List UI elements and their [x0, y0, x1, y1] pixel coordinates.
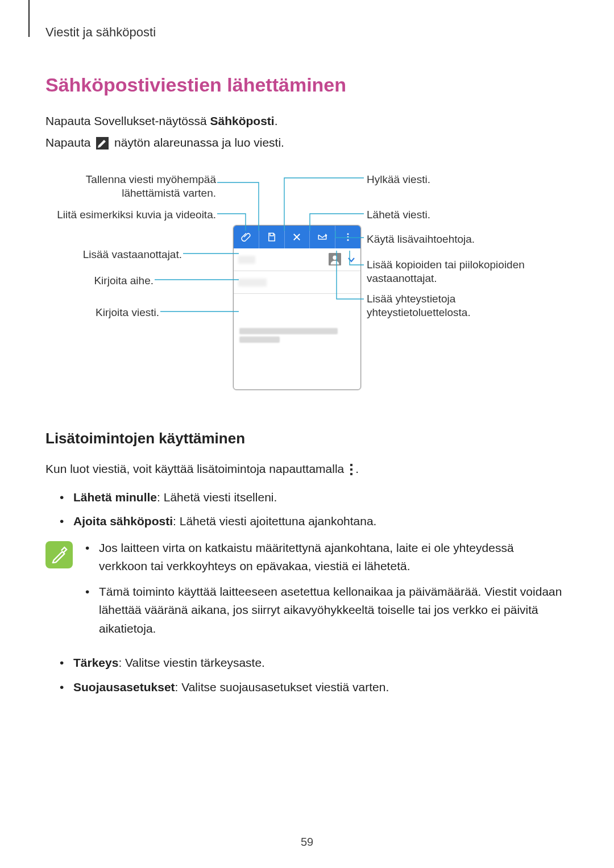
app-name-bold: Sähköposti [210, 114, 275, 127]
subject-field[interactable] [234, 271, 360, 294]
bullet-list-1: • Lähetä minulle: Lähetä viesti itsellen… [60, 488, 563, 531]
text: Napauta [45, 136, 94, 149]
list-item: • Ajoita sähköposti: Lähetä viesti ajoit… [60, 512, 563, 531]
bullet-bold: Suojausasetukset [73, 680, 175, 693]
callout-body: Kirjoita viesti. [80, 306, 159, 319]
svg-point-1 [347, 236, 349, 238]
phone-screen [233, 225, 361, 390]
text: Kun luot viestiä, voit käyttää lisätoimi… [45, 462, 347, 475]
list-item: • Jos laitteen virta on katkaistu määrit… [85, 539, 563, 576]
list-item: • Suojausasetukset: Valitse suojausasetu… [60, 678, 563, 697]
callout-attach: Liitä esimerkiksi kuvia ja videoita. [45, 208, 216, 222]
section-header: Viestit ja sähköposti [45, 25, 586, 40]
text: Napauta Sovellukset-näytössä [45, 114, 210, 127]
more-options-button[interactable] [335, 226, 360, 248]
compose-icon [96, 137, 109, 149]
note-box: • Jos laitteen virta on katkaistu määrit… [45, 539, 563, 645]
svg-point-0 [347, 233, 349, 235]
compose-diagram: Tallenna viesti myöhempää lähettämistä v… [63, 168, 563, 407]
note-icon [45, 541, 73, 568]
email-body-field[interactable] [234, 294, 360, 351]
intro-paragraph-2: Napauta näytön alareunassa ja luo viesti… [45, 134, 586, 152]
callout-subject: Kirjoita aihe. [85, 274, 154, 288]
text: . [275, 114, 278, 127]
blur-line [239, 337, 280, 343]
page-content: Viestit ja sähköposti Sähköpostiviestien… [28, 0, 586, 868]
save-draft-button[interactable] [259, 226, 285, 248]
bullet-dot: • [60, 488, 73, 507]
subsection-intro: Kun luot viestiä, voit käyttää lisätoimi… [45, 460, 586, 478]
text: . [355, 462, 359, 475]
svg-point-2 [347, 239, 349, 241]
callout-cc-bcc: Lisää kopioiden tai piilokopioiden vasta… [367, 258, 543, 285]
callout-send: Lähetä viesti. [367, 208, 537, 222]
note-list: • Jos laitteen virta on katkaistu määrit… [85, 539, 563, 645]
send-button[interactable] [310, 226, 335, 248]
bullet-text: : Lähetä viesti ajoitettuna ajankohtana. [173, 514, 376, 528]
page-number: 59 [0, 836, 614, 849]
discard-button[interactable] [285, 226, 310, 248]
compose-toolbar [234, 226, 360, 248]
bullet-bold: Lähetä minulle [73, 491, 157, 504]
bullet-text: : Valitse viestin tärkeysaste. [118, 656, 265, 669]
more-options-icon [349, 464, 354, 475]
subsection-title: Lisätoimintojen käyttäminen [45, 430, 586, 447]
recipients-field[interactable] [234, 248, 360, 271]
bullet-dot: • [60, 678, 73, 697]
bullet-text: : Valitse suojausasetukset viestiä varte… [175, 680, 389, 693]
callout-recipients: Lisää vastaanottajat. [68, 248, 182, 261]
note-text: Tämä toiminto käyttää laitteeseen asetet… [99, 583, 563, 638]
blur-placeholder [238, 279, 267, 286]
attach-button[interactable] [234, 226, 259, 248]
bullet-dot: • [85, 539, 99, 576]
bullet-dot: • [85, 583, 99, 638]
list-item: • Tärkeys: Valitse viestin tärkeysaste. [60, 654, 563, 672]
blur-placeholder [238, 256, 255, 264]
list-item: • Lähetä minulle: Lähetä viesti itsellen… [60, 488, 563, 507]
bullet-list-2: • Tärkeys: Valitse viestin tärkeysaste. … [60, 654, 563, 696]
bullet-text: : Lähetä viesti itselleni. [157, 491, 277, 504]
list-item: • Tämä toiminto käyttää laitteeseen aset… [85, 583, 563, 638]
bullet-dot: • [60, 512, 73, 531]
svg-point-4 [333, 256, 337, 260]
intro-paragraph-1: Napauta Sovellukset-näytössä Sähköposti. [45, 112, 586, 130]
text: näytön alareunassa ja luo viesti. [114, 136, 284, 149]
bullet-bold: Ajoita sähköposti [73, 514, 173, 528]
blur-line [239, 328, 338, 334]
bullet-dot: • [60, 654, 73, 672]
page-title: Sähköpostiviestien lähettäminen [45, 74, 586, 96]
callout-contacts: Lisää yhteystietoja yhteystietoluettelos… [367, 292, 537, 319]
callout-save-draft: Tallenna viesti myöhempää lähettämistä v… [60, 173, 216, 200]
callout-discard: Hylkää viesti. [367, 173, 537, 186]
add-contact-icon[interactable] [329, 253, 341, 265]
bullet-bold: Tärkeys [73, 656, 118, 669]
expand-cc-icon[interactable] [347, 255, 356, 264]
note-text: Jos laitteen virta on katkaistu määritet… [99, 539, 563, 576]
callout-more: Käytä lisävaihtoehtoja. [367, 232, 537, 246]
